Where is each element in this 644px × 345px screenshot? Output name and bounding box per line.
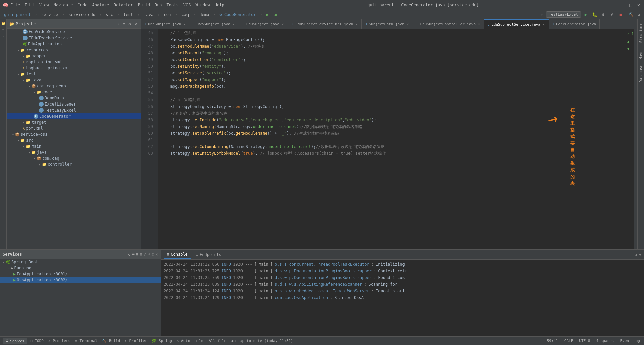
- breadcrumb-codegenerator[interactable]: ⚙ CodeGenerator: [218, 12, 257, 18]
- tree-item-controller[interactable]: 📁 controller: [7, 161, 141, 167]
- tree-item-java2[interactable]: 📁 java: [7, 149, 141, 155]
- menu-run[interactable]: Run: [153, 2, 164, 8]
- tree-item-comcaq[interactable]: 📦 com.caq: [7, 155, 141, 161]
- tab-edusubjectserviceimpl[interactable]: J EduSubjectServiceImpl.java ✕: [288, 19, 362, 29]
- structure-icon[interactable]: ≡: [1, 27, 6, 32]
- tab-close-icon[interactable]: ✕: [183, 22, 186, 26]
- tab-close-icon[interactable]: ✕: [542, 22, 545, 27]
- menu-help[interactable]: Help: [213, 2, 226, 8]
- tree-item-eduapp[interactable]: 🌿 EduApplication: [7, 41, 141, 47]
- menu-window[interactable]: Window: [193, 2, 212, 8]
- build-status-button[interactable]: 🔨 Build: [101, 338, 121, 344]
- sync-icon[interactable]: ⚡: [116, 21, 120, 27]
- tree-item-serviceoss[interactable]: 📦 service-oss: [7, 131, 141, 137]
- problems-button[interactable]: ⚠ Problems: [47, 338, 72, 344]
- tab-edusubject[interactable]: J EduSubject.java ✕: [239, 19, 288, 29]
- run-button[interactable]: ▶: [582, 11, 590, 18]
- menu-refactor[interactable]: Refactor: [112, 2, 135, 8]
- collapse-all-icon[interactable]: ≡: [132, 252, 135, 257]
- indent-settings[interactable]: 4 spaces: [595, 338, 615, 344]
- menu-build[interactable]: Build: [136, 2, 152, 8]
- breadcrumb-part-7[interactable]: caq: [180, 12, 190, 18]
- console-tab-endpoints[interactable]: ⊡ Endpoints: [193, 251, 225, 258]
- tree-item-exclistener[interactable]: C ExcelListener: [7, 101, 141, 107]
- coverage-button[interactable]: ⊕: [600, 11, 607, 18]
- project-icon[interactable]: 📁: [1, 21, 6, 26]
- tree-item-eduvideo[interactable]: I EduVideoService: [7, 29, 141, 35]
- profile-button[interactable]: ⚡: [608, 11, 616, 18]
- breadcrumb-part-8[interactable]: demo: [198, 12, 210, 18]
- stop-button[interactable]: ■: [617, 11, 625, 18]
- minimize-button[interactable]: ─: [620, 2, 625, 8]
- breadcrumb-part-3[interactable]: src: [104, 12, 114, 18]
- tab-close-icon[interactable]: ✕: [406, 22, 409, 26]
- tab-close-icon[interactable]: ✕: [355, 22, 358, 26]
- menu-vcs[interactable]: VCS: [181, 2, 193, 8]
- tab-twosubject[interactable]: J TwoSubject.java ✕: [190, 19, 239, 29]
- tree-item-target[interactable]: 📁 target: [7, 119, 141, 125]
- tree-item-testexcel[interactable]: C TestEasyExcel: [7, 107, 141, 113]
- jump-icon[interactable]: ⤢: [143, 252, 147, 257]
- add-service-icon[interactable]: +: [148, 252, 150, 257]
- tree-item-caqdemo[interactable]: 📦 com.caq.demo: [7, 83, 141, 89]
- structure-tab[interactable]: Structure: [638, 21, 644, 45]
- settings-services-icon[interactable]: ⚙: [152, 252, 154, 257]
- services-springboot-item[interactable]: 🌿 Spring Boot: [0, 259, 161, 265]
- code-editor[interactable]: 45 46 47 48 49 50 51 52 53 54 55 56 57 5…: [141, 29, 637, 249]
- line-endings[interactable]: CRLF: [563, 338, 575, 344]
- debug-button[interactable]: 🐛: [591, 11, 598, 18]
- profiler-button[interactable]: ⚡ Profiler: [123, 338, 148, 344]
- services-status-button[interactable]: ⚙ Services: [3, 338, 27, 344]
- tree-item-mapper[interactable]: 📁 mapper: [7, 53, 141, 59]
- database-tab[interactable]: Database: [638, 63, 644, 84]
- tab-edusubjectservice[interactable]: J EduSubjectService.java ✕: [484, 19, 549, 29]
- breadcrumb-part-6[interactable]: com: [162, 12, 172, 18]
- tree-item-demodata[interactable]: C DemoData: [7, 95, 141, 101]
- dropdown-icon[interactable]: ▾: [34, 22, 36, 26]
- tree-item-logback[interactable]: X logback-spring.xml: [7, 65, 141, 71]
- breadcrumb-part-0[interactable]: guli_parent: [3, 12, 32, 18]
- settings-icon[interactable]: ⚙: [636, 12, 641, 18]
- close-button[interactable]: ✕: [636, 2, 641, 8]
- tree-item-java[interactable]: 📁 java: [7, 77, 141, 83]
- console-tab-console[interactable]: ▤ Console: [164, 251, 191, 259]
- spring-button[interactable]: 🌿 Spring: [150, 338, 173, 344]
- menu-file[interactable]: File: [8, 2, 22, 8]
- tree-item-src[interactable]: 📁 src: [7, 137, 141, 143]
- menu-code[interactable]: Code: [76, 2, 90, 8]
- breadcrumb-part-5[interactable]: java: [142, 12, 155, 18]
- menu-edit[interactable]: Edit: [23, 2, 37, 8]
- refresh-icon[interactable]: ↻: [128, 252, 130, 257]
- maximize-button[interactable]: □: [628, 2, 633, 8]
- menu-tools[interactable]: Tools: [165, 2, 181, 8]
- tab-close-icon[interactable]: ✕: [232, 22, 235, 26]
- autobuild-button[interactable]: ⚠ Auto-build: [175, 338, 205, 344]
- collapse-icon[interactable]: ≡: [122, 21, 126, 27]
- menu-view[interactable]: View: [37, 2, 51, 8]
- code-content[interactable]: // 4、包配置 PackageConfig pc = new PackageC…: [158, 29, 637, 249]
- hide-services-icon[interactable]: ✕: [156, 252, 158, 257]
- vertical-scrollbar[interactable]: [634, 29, 637, 249]
- charset[interactable]: UTF-8: [578, 338, 591, 344]
- filter-icon[interactable]: ⊞: [136, 252, 138, 257]
- menu-navigate[interactable]: Navigate: [52, 2, 75, 8]
- tree-item-excel-folder[interactable]: 📁 excel: [7, 89, 141, 95]
- breadcrumb-part-2[interactable]: service-edu: [67, 12, 97, 18]
- services-ossapp-item[interactable]: ▶ OssApplication :8002/: [0, 277, 161, 283]
- group-icon[interactable]: ▤: [140, 252, 142, 257]
- tab-onesubject[interactable]: J OneSubject.java ✕: [141, 19, 190, 29]
- favorites-icon[interactable]: ☆: [1, 33, 6, 38]
- tree-item-pom[interactable]: X pom.xml: [7, 125, 141, 131]
- breadcrumb-part-4[interactable]: test: [122, 12, 135, 18]
- tab-close-icon[interactable]: ✕: [477, 22, 481, 26]
- back-icon[interactable]: ←: [539, 11, 545, 18]
- tab-subjectdata[interactable]: J SubjectData.java ✕: [362, 19, 413, 29]
- services-running-item[interactable]: ▶ Running: [0, 265, 161, 271]
- breadcrumb-run[interactable]: ▶ run: [265, 12, 280, 18]
- scroll-up-icon[interactable]: ▲: [635, 252, 638, 257]
- run-config-selector[interactable]: TestEasyExcel: [546, 11, 581, 18]
- build-icon[interactable]: 🔨: [627, 12, 635, 18]
- tab-edusubjectcontroller[interactable]: J EduSubjectController.java ✕: [413, 19, 485, 29]
- tab-close-icon[interactable]: ✕: [281, 22, 284, 26]
- services-eduapp-item[interactable]: ▶ EduApplication :8001/: [0, 271, 161, 277]
